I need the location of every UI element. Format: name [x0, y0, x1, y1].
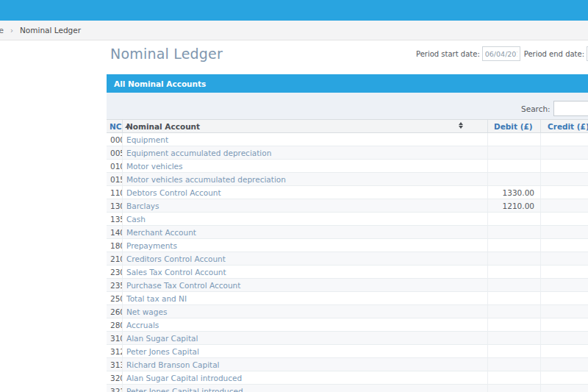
column-header-nc[interactable]: NC: [107, 120, 123, 132]
credit-cell: [540, 266, 588, 278]
breadcrumb-current: Nominal Ledger: [20, 26, 81, 35]
nc-code-cell: 320: [107, 371, 123, 384]
credit-cell: [540, 186, 588, 199]
account-name-link[interactable]: Richard Branson Capital: [126, 360, 220, 369]
credit-cell: [540, 385, 588, 392]
debit-cell: [487, 160, 540, 172]
account-name-link[interactable]: Motor vehicles: [126, 162, 183, 171]
debit-cell: [487, 385, 540, 392]
nc-code-cell: 135: [107, 213, 123, 225]
debit-cell: [487, 279, 540, 291]
credit-cell: [540, 332, 588, 344]
panel-title: All Nominal Accounts: [114, 79, 206, 88]
account-name-link[interactable]: Motor vehicles accumulated depreciation: [126, 175, 286, 184]
debit-cell: [487, 146, 540, 159]
table-row: 110 Debtors Control Account 1330.00: [107, 186, 588, 199]
credit-cell: [540, 345, 588, 357]
credit-cell: [540, 199, 588, 212]
debit-cell: [487, 173, 540, 185]
account-name-link[interactable]: Total tax and NI: [126, 294, 187, 303]
account-name-cell: Prepayments: [123, 239, 487, 252]
nc-code-cell: 110: [107, 186, 123, 199]
debit-cell: [487, 345, 540, 357]
credit-cell: [540, 173, 588, 185]
table-row: 130 Barclays 1210.00: [107, 199, 588, 213]
panel-header: All Nominal Accounts: [107, 74, 588, 93]
search-label: Search:: [521, 104, 551, 113]
account-name-link[interactable]: Creditors Control Account: [126, 254, 226, 263]
credit-cell: [540, 371, 588, 384]
credit-cell: [540, 279, 588, 291]
table-row: 210 Creditors Control Account: [107, 252, 588, 266]
credit-cell: [540, 252, 588, 265]
debit-cell: [487, 318, 540, 331]
nominal-accounts-table: NC Nominal Account Debit (£) Credit (£) …: [107, 119, 588, 392]
debit-cell: [487, 332, 540, 344]
account-name-cell: Total tax and NI: [123, 292, 487, 304]
debit-cell: [487, 305, 540, 318]
account-name-link[interactable]: Equipment accumulated depreciation: [126, 149, 271, 157]
account-name-link[interactable]: Prepayments: [126, 241, 177, 250]
page: Home › Nominal Ledger Nominal Ledger Per…: [0, 0, 588, 392]
table-row: 310 Alan Sugar Capital: [107, 332, 588, 345]
nc-code-cell: 140: [107, 226, 123, 238]
account-name-link[interactable]: Debtors Control Account: [126, 188, 221, 197]
table-header-row: NC Nominal Account Debit (£) Credit (£): [107, 119, 588, 133]
period-start-label: Period start date:: [416, 50, 480, 58]
table-row: 015 Motor vehicles accumulated depreciat…: [107, 173, 588, 186]
account-name-link[interactable]: Alan Sugar Capital introduced: [126, 374, 242, 382]
account-name-link[interactable]: Alan Sugar Capital: [126, 334, 198, 343]
column-header-debit[interactable]: Debit (£): [487, 120, 540, 132]
credit-cell: [540, 226, 588, 238]
account-name-cell: Motor vehicles accumulated depreciation: [123, 173, 487, 185]
credit-cell: [540, 318, 588, 331]
nc-code-cell: 000: [107, 133, 123, 146]
account-name-cell: Cash: [123, 213, 487, 225]
table-row: 235 Purchase Tax Control Account: [107, 279, 588, 292]
account-name-cell: Peter Jones Capital introduced: [123, 385, 487, 392]
account-name-link[interactable]: Cash: [126, 215, 146, 224]
account-name-cell: Motor vehicles: [123, 160, 487, 172]
debit-cell: [487, 226, 540, 238]
table-body: 000 Equipment 005 Equipment accumulated …: [107, 133, 588, 392]
credit-cell: [540, 133, 588, 146]
credit-cell: [540, 358, 588, 371]
account-name-link[interactable]: Purchase Tax Control Account: [126, 281, 240, 290]
account-name-link[interactable]: Merchant Account: [126, 228, 196, 237]
account-name-cell: Barclays: [123, 199, 487, 212]
table-row: 313 Richard Branson Capital: [107, 358, 588, 371]
table-row: 000 Equipment: [107, 133, 588, 146]
search-input[interactable]: [553, 101, 588, 116]
account-name-link[interactable]: Accruals: [126, 321, 159, 329]
account-name-cell: Equipment: [123, 133, 487, 146]
column-header-nominal-account[interactable]: Nominal Account: [123, 120, 487, 132]
account-name-cell: Merchant Account: [123, 226, 487, 238]
credit-cell: [540, 292, 588, 304]
credit-cell: [540, 160, 588, 172]
breadcrumb-home-link[interactable]: Home: [0, 26, 4, 35]
account-name-cell: Purchase Tax Control Account: [123, 279, 487, 291]
account-name-link[interactable]: Peter Jones Capital introduced: [126, 387, 243, 392]
account-name-link[interactable]: Peter Jones Capital: [126, 347, 199, 356]
account-name-link[interactable]: Equipment: [126, 135, 168, 144]
account-name-link[interactable]: Net wages: [126, 307, 167, 316]
table-row: 180 Prepayments: [107, 239, 588, 252]
account-name-link[interactable]: Barclays: [126, 202, 159, 210]
debit-cell: [487, 213, 540, 225]
account-name-cell: Equipment accumulated depreciation: [123, 146, 487, 159]
nc-code-cell: 230: [107, 266, 123, 278]
table-row: 135 Cash: [107, 213, 588, 226]
period-start-input[interactable]: [482, 46, 520, 61]
nc-code-cell: 015: [107, 173, 123, 185]
debit-cell: [487, 133, 540, 146]
table-row: 010 Motor vehicles: [107, 160, 588, 173]
nc-code-cell: 280: [107, 318, 123, 331]
table-row: 260 Net wages: [107, 305, 588, 318]
account-name-cell: Peter Jones Capital: [123, 345, 487, 357]
account-name-link[interactable]: Sales Tax Control Account: [126, 268, 226, 277]
column-header-credit[interactable]: Credit (£): [540, 120, 588, 132]
sort-both-icon: [459, 122, 463, 129]
breadcrumb-separator-icon: ›: [10, 26, 13, 35]
nc-code-cell: 210: [107, 252, 123, 265]
debit-cell: 1330.00: [487, 186, 540, 199]
